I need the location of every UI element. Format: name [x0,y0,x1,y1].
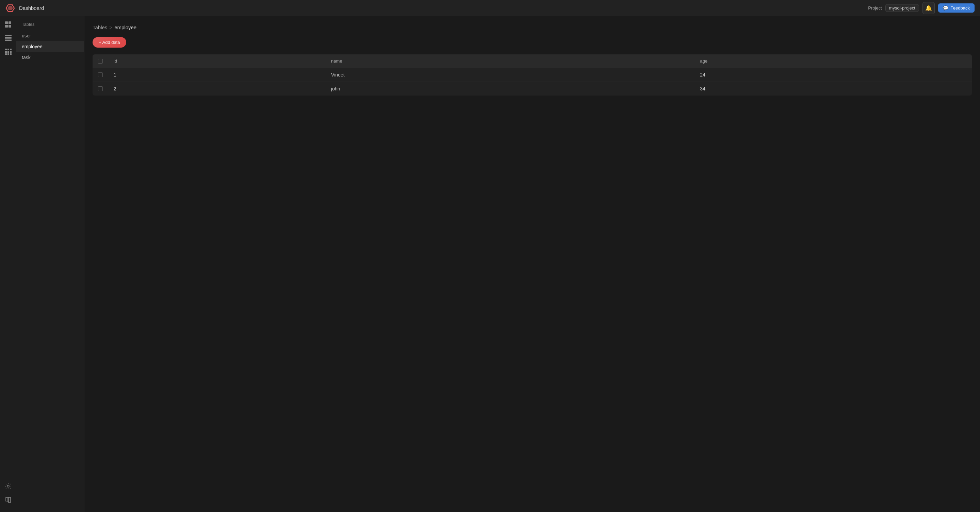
main-layout: Tables user employee task Tables > emplo… [0,16,980,512]
sidebar-section-title: Tables [16,22,84,30]
content-area: Tables > employee + Add data id name [84,16,980,512]
breadcrumb-separator: > [109,24,112,30]
svg-rect-10 [5,49,7,50]
cell-name: Vineet [326,68,695,82]
svg-rect-2 [5,21,8,24]
feedback-button[interactable]: 💬 Feedback [938,3,975,13]
tables-nav-icon[interactable] [4,34,12,42]
topbar: Dashboard Project mysql-project 🔔 💬 Feed… [0,0,980,16]
icon-sidebar-bottom [4,482,12,508]
svg-rect-15 [10,51,11,53]
bell-icon: 🔔 [925,5,932,11]
row-checkbox-cell [92,82,108,96]
topbar-title: Dashboard [19,5,44,11]
add-data-button[interactable]: + Add data [92,37,126,48]
topbar-left: Dashboard [5,3,864,13]
cell-age: 34 [695,82,972,96]
svg-rect-16 [5,53,7,55]
sidebar-item-user[interactable]: user [16,30,84,41]
book-icon[interactable] [4,496,12,504]
svg-rect-4 [5,25,8,27]
column-header-id: id [108,54,326,68]
table-row: 1 Vineet 24 [92,68,972,82]
add-data-label: + Add data [99,40,120,45]
svg-marker-1 [8,6,13,10]
svg-rect-17 [8,53,9,55]
sidebar-item-task[interactable]: task [16,52,84,63]
column-header-name: name [326,54,695,68]
column-header-age: age [695,54,972,68]
breadcrumb-tables: Tables [92,24,107,30]
notifications-button[interactable]: 🔔 [923,2,935,14]
breadcrumb: Tables > employee [92,24,972,30]
topbar-right: Project mysql-project 🔔 💬 Feedback [868,2,975,14]
select-all-checkbox[interactable] [98,59,103,63]
settings-icon[interactable] [4,482,12,490]
svg-rect-18 [10,53,11,55]
svg-point-19 [7,485,9,487]
row-checkbox[interactable] [98,86,103,91]
svg-rect-7 [5,37,11,38]
dashboard-icon[interactable] [4,21,12,29]
svg-rect-3 [8,21,11,24]
project-badge[interactable]: mysql-project [885,4,919,12]
icon-sidebar [0,16,16,512]
row-checkbox[interactable] [98,73,103,77]
svg-rect-11 [8,49,9,50]
grid-icon[interactable] [4,48,12,56]
svg-rect-12 [10,49,11,50]
cell-id: 2 [108,82,326,96]
table-sidebar: Tables user employee task [16,16,84,512]
svg-rect-6 [5,35,11,36]
svg-rect-5 [8,25,11,27]
svg-rect-13 [5,51,7,53]
svg-rect-9 [5,40,11,41]
cell-name: john [326,82,695,96]
svg-rect-8 [5,38,11,40]
row-checkbox-cell [92,68,108,82]
svg-rect-14 [8,51,9,53]
cell-id: 1 [108,68,326,82]
app-logo[interactable] [5,3,15,13]
project-label: Project [868,5,882,11]
table-header-row: id name age [92,54,972,68]
table-row: 2 john 34 [92,82,972,96]
header-checkbox-cell [92,54,108,68]
feedback-icon: 💬 [943,5,948,11]
sidebar-item-employee[interactable]: employee [16,41,84,52]
feedback-label: Feedback [950,5,970,11]
data-table: id name age 1 Vineet 24 2 john [92,54,972,95]
breadcrumb-current: employee [115,24,137,30]
cell-age: 24 [695,68,972,82]
